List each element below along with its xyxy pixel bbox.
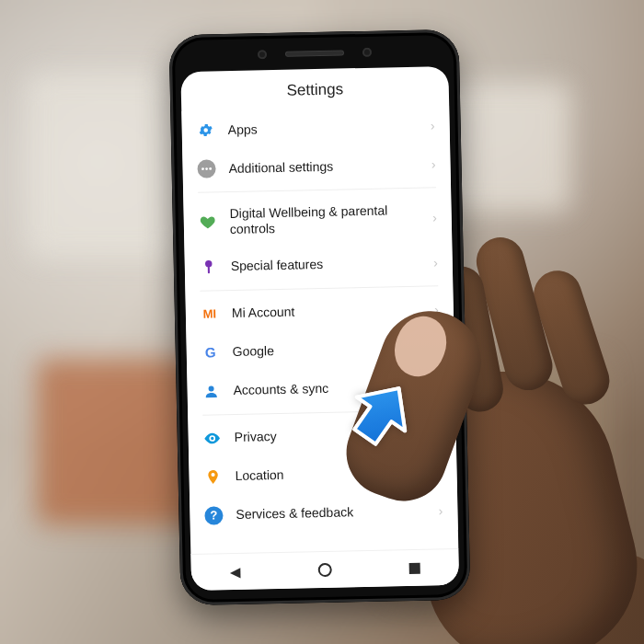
chevron-right-icon: › <box>433 255 438 270</box>
settings-row-apps[interactable]: Apps › <box>181 106 450 150</box>
settings-row-location[interactable]: Location › <box>189 453 457 497</box>
settings-row-label: Google <box>233 340 423 360</box>
svg-point-2 <box>209 167 212 170</box>
phone-sensors <box>169 46 459 62</box>
settings-row-label: Additional settings <box>228 156 419 176</box>
settings-row-label: Mi Account <box>232 302 422 321</box>
settings-row-mi-account[interactable]: MI Mi Account › <box>185 290 454 334</box>
settings-row-additional-settings[interactable]: Additional settings › <box>182 144 451 189</box>
settings-row-label: Digital Wellbeing & parental controls <box>229 202 420 237</box>
phone-screen: Settings Apps › Additional settings › <box>180 66 459 591</box>
settings-row-digital-wellbeing[interactable]: Digital Wellbeing & parental controls › <box>183 191 452 248</box>
dots-icon <box>197 159 215 178</box>
settings-row-label: Special features <box>231 255 421 274</box>
scene-background: Settings Apps › Additional settings › <box>0 0 644 644</box>
chevron-right-icon: › <box>437 426 442 441</box>
svg-point-3 <box>205 260 213 268</box>
bg-blob <box>28 74 175 258</box>
callout-arrow <box>339 377 423 451</box>
user-icon <box>201 382 220 400</box>
chevron-right-icon: › <box>431 156 436 171</box>
chevron-right-icon: › <box>434 302 439 316</box>
chevron-right-icon: › <box>431 118 435 132</box>
svg-point-0 <box>201 167 204 170</box>
settings-row-label: Apps <box>228 118 419 137</box>
page-title: Settings <box>180 66 449 111</box>
settings-row-google[interactable]: G Google › <box>186 328 454 373</box>
question-icon: ? <box>204 506 223 524</box>
svg-point-6 <box>211 436 213 439</box>
nav-back-button[interactable]: ◀ <box>230 563 241 580</box>
svg-point-1 <box>205 167 208 170</box>
chevron-right-icon: › <box>432 210 437 224</box>
nav-home-button[interactable] <box>318 563 332 577</box>
phone-frame: Settings Apps › Additional settings › <box>169 29 471 605</box>
chevron-right-icon: › <box>435 340 440 355</box>
svg-point-5 <box>209 385 214 391</box>
chevron-right-icon: › <box>436 379 441 394</box>
chevron-right-icon: › <box>439 503 443 518</box>
mi-icon: MI <box>201 305 219 323</box>
android-nav-bar: ◀ <box>190 548 459 591</box>
google-icon: G <box>201 343 220 362</box>
settings-row-label: Services & feedback <box>236 503 426 523</box>
settings-list: Apps › Additional settings › Digit <box>181 106 458 535</box>
settings-row-label: Location <box>235 465 425 484</box>
settings-row-special-features[interactable]: Special features › <box>184 243 453 287</box>
gear-icon <box>197 121 215 139</box>
wand-icon <box>200 258 218 276</box>
eye-icon <box>203 429 222 447</box>
svg-rect-4 <box>208 266 210 273</box>
settings-row-services-feedback[interactable]: ? Services & feedback › <box>190 491 458 535</box>
nav-recent-button[interactable] <box>409 562 420 573</box>
heart-icon <box>199 213 217 231</box>
chevron-right-icon: › <box>438 465 443 479</box>
pin-icon <box>203 467 222 486</box>
